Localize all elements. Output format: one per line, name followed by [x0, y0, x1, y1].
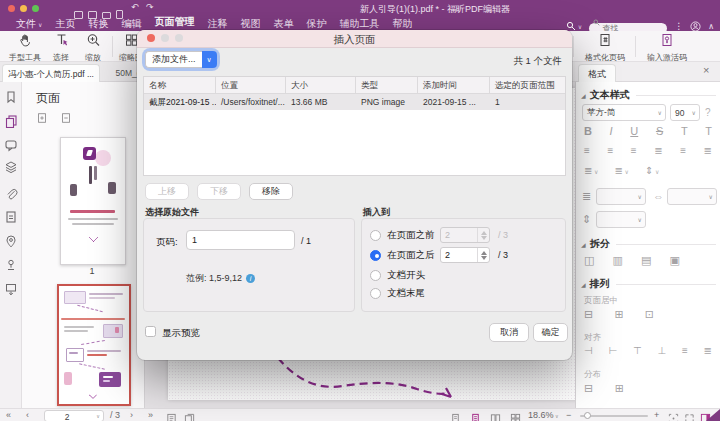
menu-file[interactable]: 文件∨ [16, 17, 42, 31]
text-direction-icon[interactable]: ⇕ ∨ [645, 165, 659, 176]
split-custom-icon[interactable]: ▣ [670, 254, 680, 267]
bold-button[interactable]: B [584, 125, 592, 137]
attachments-panel-icon[interactable] [4, 188, 18, 202]
search-scope-icon[interactable]: ∨ [566, 21, 582, 31]
hand-tool-button[interactable]: 手型工具 [4, 33, 46, 63]
col-page-range[interactable]: 选定的页面范围 [490, 77, 565, 93]
continuous-view-icon-active[interactable] [470, 410, 481, 421]
first-page-button[interactable]: « [6, 410, 11, 420]
menu-comment[interactable]: 注释 [207, 17, 227, 31]
zoom-in-button[interactable]: + [654, 410, 659, 420]
align-obj-bottom-icon[interactable]: ⊥ [657, 345, 666, 356]
close-panel-icon[interactable]: × [703, 64, 709, 76]
menu-edit[interactable]: 编辑 [121, 17, 141, 31]
indent-decrease-icon[interactable]: ≡ [680, 145, 686, 156]
delete-page-icon[interactable] [60, 110, 72, 128]
page-thumbnail-1[interactable] [60, 137, 126, 265]
menu-form[interactable]: 表单 [273, 17, 293, 31]
numbered-list-icon[interactable]: ≣ ∨ [614, 165, 628, 176]
align-obj-left-icon[interactable]: ⊣ [584, 345, 593, 356]
fit-page-icon[interactable] [668, 410, 679, 421]
bullet-list-icon[interactable]: ≣ ∨ [584, 165, 598, 176]
distribute-vertical-icon[interactable]: ⊞ [615, 382, 624, 395]
underline-button[interactable]: U [630, 125, 638, 137]
align-right-icon[interactable]: ≡ [631, 145, 637, 156]
prev-page-button[interactable]: ‹ [26, 410, 29, 420]
line-spacing-field[interactable]: ∨ [596, 188, 646, 205]
close-window-button[interactable] [8, 5, 15, 12]
align-center-icon[interactable]: ≡ [607, 145, 613, 156]
split-merge-icon[interactable]: ▤ [641, 254, 651, 267]
account-avatar-icon[interactable] [690, 21, 701, 32]
zoom-slider-knob[interactable] [584, 412, 591, 419]
insert-doc-end-option[interactable]: 文档末尾 [370, 285, 425, 301]
font-family-select[interactable]: 苹方-简 ∨ [582, 104, 666, 121]
pages-panel-icon[interactable] [4, 114, 18, 128]
arrange-section-header[interactable]: ◢ 排列 [581, 277, 716, 291]
vertical-offset-field[interactable]: ∨ [596, 211, 646, 228]
menu-accessibility[interactable]: 辅助工具 [339, 17, 379, 31]
signature-panel-icon[interactable] [4, 258, 18, 272]
add-file-button[interactable]: 添加文件... ∨ [145, 51, 217, 68]
comments-panel-icon[interactable] [4, 138, 18, 152]
location-pin-icon[interactable] [4, 234, 18, 248]
facing-view-icon[interactable] [490, 410, 501, 421]
next-page-button[interactable]: › [130, 410, 133, 420]
radio-unchecked-icon[interactable] [370, 230, 381, 241]
page-range-input[interactable] [186, 230, 295, 250]
col-size[interactable]: 大小 [286, 77, 356, 93]
align-left-icon[interactable]: ≡ [584, 145, 590, 156]
page-layout-icon[interactable] [166, 410, 177, 421]
stepper-arrows-icon[interactable] [477, 248, 489, 262]
strikethrough-button[interactable]: S [656, 125, 663, 137]
remove-button[interactable]: 移除 [249, 183, 293, 200]
minimize-window-button[interactable] [20, 5, 27, 12]
col-location[interactable]: 位置 [216, 77, 286, 93]
split-horizontal-icon[interactable]: ▥ [613, 254, 623, 267]
single-page-view-icon[interactable] [450, 410, 461, 421]
italic-button[interactable]: I [610, 125, 613, 137]
cancel-button[interactable]: 取消 [489, 323, 529, 342]
center-horizontal-icon[interactable]: ⊟ [584, 308, 593, 321]
zoom-window-button[interactable] [32, 5, 39, 12]
menu-home[interactable]: 主页 [55, 17, 75, 31]
destinations-panel-icon[interactable] [4, 210, 18, 224]
align-obj-top-icon[interactable]: ⊤ [633, 345, 642, 356]
col-type[interactable]: 类型 [356, 77, 418, 93]
align-obj-right-icon[interactable]: ⊢ [608, 345, 617, 356]
insert-page-icon[interactable] [36, 110, 48, 128]
show-preview-checkbox[interactable] [145, 326, 156, 337]
zoom-level-display[interactable]: 18.6% ∨ [528, 410, 559, 420]
redo-icon[interactable]: ↷ [146, 3, 154, 12]
collapse-toolbar-icon[interactable]: ∧ [708, 22, 714, 31]
menu-protect[interactable]: 保护 [306, 17, 326, 31]
insert-after-stepper[interactable]: 2 [440, 247, 490, 263]
radio-checked-icon[interactable] [370, 250, 381, 261]
menu-view[interactable]: 视图 [240, 17, 260, 31]
page-thumbnail-2-selected[interactable] [57, 284, 131, 406]
layers-panel-icon[interactable] [4, 160, 18, 174]
col-added-time[interactable]: 添加时间 [418, 77, 490, 93]
split-section-header[interactable]: ◢ 拆分 [581, 237, 716, 251]
page-number-input[interactable] [45, 411, 89, 421]
fields-panel-icon[interactable] [4, 282, 18, 296]
duplicate-view-icon[interactable] [184, 410, 195, 421]
page-1-number[interactable]: 1 [60, 266, 124, 276]
radio-unchecked-icon[interactable] [370, 288, 381, 299]
ok-button[interactable]: 确定 [533, 323, 568, 342]
indent-increase-icon[interactable]: ≣ [704, 145, 712, 156]
bookmarks-panel-icon[interactable] [4, 90, 18, 104]
activation-code-button[interactable]: 输入激活码 [638, 33, 696, 63]
subscript-button[interactable]: T [705, 125, 712, 137]
format-page-number-button[interactable]: 格式化页码 [577, 33, 633, 63]
doc-tab-resume[interactable]: 冯小惠-个人简历.pdf ... [2, 64, 100, 83]
align-obj-hcenter-icon[interactable]: ≡ [682, 345, 688, 356]
insert-after-option[interactable]: 在页面之后 [370, 247, 435, 263]
justify-icon[interactable]: ≣ [654, 145, 662, 156]
insert-doc-start-option[interactable]: 文档开头 [370, 267, 425, 283]
font-help-icon[interactable]: ? [705, 107, 711, 118]
superscript-button[interactable]: T [681, 125, 688, 137]
split-vertical-icon[interactable]: ◫ [584, 254, 594, 267]
distribute-horizontal-icon[interactable]: ⊟ [584, 382, 593, 395]
format-panel-tab[interactable]: 格式 [578, 64, 616, 83]
